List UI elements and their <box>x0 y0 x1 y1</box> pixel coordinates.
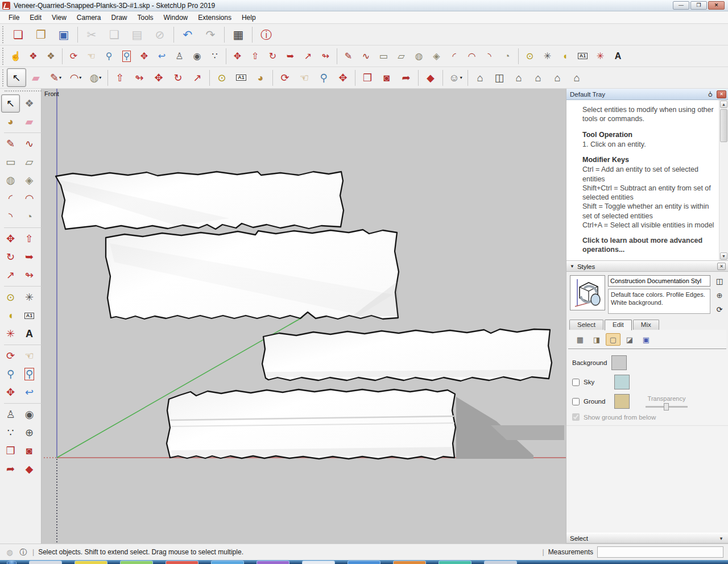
circle-tool[interactable]: ◍ <box>410 47 428 65</box>
taskbar-app-button[interactable] <box>166 561 198 564</box>
menu-tools[interactable]: Tools <box>133 12 159 23</box>
share-model-button[interactable]: ◙ <box>20 442 39 460</box>
orbit-tool[interactable]: ⟳ <box>1 347 20 365</box>
rotated-rectangle-tool[interactable]: ▱ <box>20 153 39 171</box>
text-tool[interactable]: A1 <box>20 306 39 325</box>
extension-warehouse-button[interactable]: ◆ <box>421 68 440 87</box>
paint-bucket-tool[interactable]: ◕ <box>251 68 270 87</box>
rotate-tool[interactable]: ↻ <box>168 68 188 87</box>
taskbar-app-button[interactable] <box>302 561 335 564</box>
paste-button[interactable]: ▤ <box>126 25 148 44</box>
instructor-scrollbar[interactable]: ▲ ▼ <box>719 100 728 260</box>
zoom-extents-tool[interactable]: ✥ <box>1 383 20 401</box>
scale-tool[interactable]: ↗ <box>188 68 207 87</box>
extension-warehouse-button[interactable]: ◆ <box>20 460 39 478</box>
tape-measure-tool[interactable]: ⊙ <box>521 47 539 65</box>
background-color-swatch[interactable] <box>611 355 627 370</box>
style-thumbnail[interactable] <box>570 275 605 310</box>
toolbar-drag-handle[interactable] <box>2 26 5 43</box>
arc-tool[interactable]: ◜ <box>1 189 20 208</box>
tab-select[interactable]: Select <box>569 320 603 330</box>
taskbar-app-button[interactable] <box>439 561 471 564</box>
polygon-tool[interactable]: ◈ <box>428 47 445 65</box>
component-options-button[interactable]: ❖ <box>24 47 42 65</box>
geolocation-button[interactable]: ◍ <box>5 547 15 557</box>
modeling-settings-button[interactable]: ▣ <box>639 333 653 346</box>
share-component-button[interactable]: ➦ <box>396 68 416 87</box>
tape-measure-tool[interactable]: ⊙ <box>1 288 20 306</box>
new-button[interactable]: ❏ <box>7 25 30 44</box>
sky-color-swatch[interactable] <box>614 375 630 389</box>
push-pull-tool[interactable]: ⇧ <box>20 230 39 248</box>
protractor-tool[interactable]: ◖ <box>556 47 574 65</box>
menu-view[interactable]: View <box>47 12 72 23</box>
offset-tool[interactable]: ↬ <box>20 266 39 284</box>
line-tool[interactable]: ✎ <box>1 135 20 153</box>
push-pull-tool[interactable]: ⇧ <box>246 47 264 65</box>
taskbar-app-button[interactable] <box>257 561 289 564</box>
save-button[interactable]: ▣ <box>52 25 75 44</box>
account-button[interactable]: ☺▾ <box>446 68 465 87</box>
scroll-up-icon[interactable]: ▲ <box>720 101 727 108</box>
dimension-tool[interactable]: ✳ <box>20 288 39 306</box>
edge-settings-button[interactable]: ▦ <box>573 333 588 346</box>
zoom-window-tool[interactable]: ⚲ <box>20 365 39 383</box>
cut-button[interactable]: ✂ <box>80 25 103 44</box>
pie-tool[interactable]: ◔ <box>20 208 39 226</box>
measurements-input[interactable] <box>597 546 723 558</box>
shapes-tool[interactable]: ◍▾ <box>86 68 105 87</box>
select-tool[interactable]: ↖ <box>7 68 26 87</box>
view-left-button[interactable]: ⌂ <box>567 68 586 87</box>
styles-close-button[interactable]: ✕ <box>717 263 726 270</box>
taskbar-start-button[interactable] <box>7 561 16 564</box>
zoom-extents-tool[interactable]: ✥ <box>333 68 353 87</box>
move-tool[interactable]: ✥ <box>149 68 168 87</box>
view-front-button[interactable]: ⌂ <box>509 68 528 87</box>
zoom-tool[interactable]: ⚲ <box>100 47 118 65</box>
eraser-tool[interactable]: ▰ <box>20 113 39 131</box>
protractor-tool[interactable]: ◖ <box>1 306 20 325</box>
pan-tool[interactable]: ☜ <box>295 68 314 87</box>
scrollbar-thumb[interactable] <box>720 109 727 142</box>
rotate-tool[interactable]: ↻ <box>1 248 20 266</box>
previous-view-button[interactable]: ↩ <box>20 383 39 401</box>
menu-window[interactable]: Window <box>159 12 193 23</box>
position-camera-tool[interactable]: ♙ <box>1 405 20 424</box>
view-right-button[interactable]: ⌂ <box>528 68 548 87</box>
rectangle-tool[interactable]: ▭ <box>375 47 392 65</box>
model-viewport[interactable]: Front <box>42 89 566 544</box>
model-canvas[interactable] <box>42 89 566 544</box>
pie-tool[interactable]: ◔ <box>498 47 516 65</box>
pan-tool[interactable]: ☜ <box>82 47 100 65</box>
two-point-arc-tool[interactable]: ◠ <box>20 189 39 208</box>
scale-tool[interactable]: ↗ <box>1 266 20 284</box>
taskbar-app-button[interactable] <box>29 561 62 564</box>
minimize-button[interactable]: — <box>673 1 689 10</box>
select-panel-header[interactable]: Select ▾ <box>566 533 728 544</box>
circle-tool[interactable]: ◍ <box>1 171 20 189</box>
erase-button[interactable]: ⊘ <box>148 25 171 44</box>
share-model-button[interactable]: ◙ <box>377 68 396 87</box>
offset-tool[interactable]: ↬ <box>317 47 334 65</box>
menu-file[interactable]: File <box>3 12 24 23</box>
menu-camera[interactable]: Camera <box>72 12 106 23</box>
ground-color-swatch[interactable] <box>614 394 630 409</box>
advanced-operations-link[interactable]: Click to learn about more advanced opera… <box>582 236 717 255</box>
three-point-arc-tool[interactable]: ◝ <box>1 208 20 226</box>
three-d-text-tool[interactable]: A <box>609 47 627 65</box>
get-models-button[interactable]: ❒ <box>1 442 20 460</box>
rotate-tool[interactable]: ↻ <box>264 47 282 65</box>
line-tool[interactable]: ✎▾ <box>46 68 65 87</box>
open-button[interactable]: ❐ <box>30 25 52 44</box>
position-camera-tool[interactable]: ♙ <box>171 47 188 65</box>
toolbar-drag-handle[interactable] <box>2 48 5 65</box>
toolbar-drag-handle[interactable] <box>5 90 43 93</box>
watermark-settings-button[interactable]: ◪ <box>622 333 637 346</box>
close-button[interactable]: ✕ <box>708 1 725 10</box>
tape-measure-tool[interactable]: ⊙ <box>212 68 231 87</box>
component-attributes-button[interactable]: ❖ <box>42 47 60 65</box>
taskbar-app-button[interactable] <box>120 561 153 564</box>
pin-icon[interactable]: ⚲ <box>706 90 715 98</box>
taskbar-app-button[interactable] <box>75 561 107 564</box>
three-point-arc-tool[interactable]: ◝ <box>481 47 498 65</box>
